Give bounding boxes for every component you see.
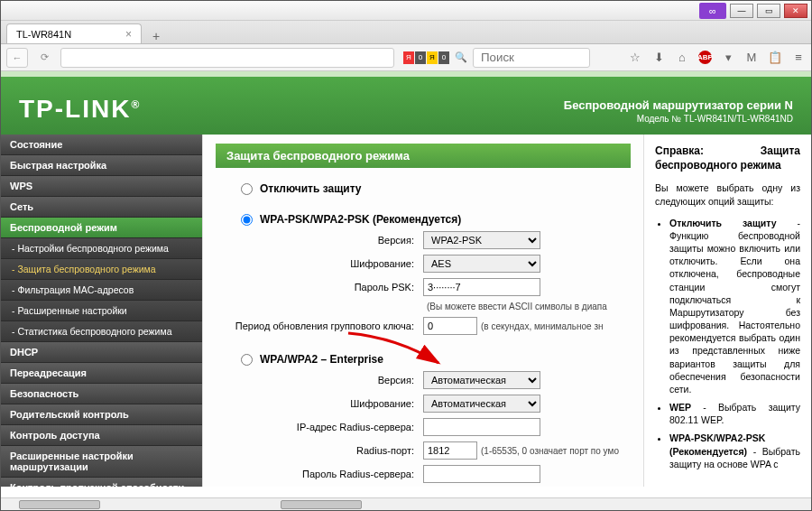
sidebar-item[interactable]: - Настройки беспроводного режима <box>1 238 202 259</box>
psk-password-input[interactable] <box>423 278 540 296</box>
url-input[interactable] <box>60 48 394 68</box>
help-item: WPA-PSK/WPA2-PSK (Рекомендуется) - Выбра… <box>669 432 800 470</box>
back-button[interactable]: ← <box>6 48 28 68</box>
sidebar-item[interactable]: - Защита беспроводного режима <box>1 259 202 280</box>
sidebar-item[interactable]: Контроль доступа <box>1 425 202 446</box>
sidebar-item[interactable]: WPS <box>1 176 202 197</box>
window-titlebar: ∞ — ▭ ✕ <box>1 1 811 21</box>
search-input[interactable] <box>473 48 590 68</box>
browser-tab[interactable]: TL-WR841N × <box>6 23 142 43</box>
new-tab-button[interactable]: + <box>147 29 165 43</box>
sidebar-item[interactable]: Контроль пропускной способности <box>1 478 202 487</box>
ent-encryption-select[interactable]: Автоматическая <box>423 395 540 413</box>
radius-ip-input[interactable] <box>423 418 540 436</box>
section-title: Защита беспроводного режима <box>216 144 631 168</box>
wpa-enterprise-radio[interactable] <box>241 354 253 366</box>
sidebar-item[interactable]: Переадресация <box>1 363 202 384</box>
url-bar: ← ⟳ Я 0 Я 0 🔍 ☆ ⬇ ⌂ ABP ▾ M 📋 ≡ <box>1 44 811 71</box>
minimize-button[interactable]: — <box>730 4 753 18</box>
header-subtitle: Модель № TL-WR841N/TL-WR841ND <box>564 114 793 124</box>
group-key-input[interactable] <box>423 317 477 335</box>
sidebar-item[interactable]: Безопасность <box>1 384 202 404</box>
header-title: Беспроводной маршрутизатор серии N <box>564 98 793 112</box>
badge-icon: Я <box>427 51 438 64</box>
main-content: Защита беспроводного режима Отключить за… <box>202 135 644 487</box>
wpa-enterprise-heading: WPA/WPA2 – Enterprise <box>260 353 392 366</box>
abp-icon[interactable]: ABP <box>698 51 712 64</box>
sidebar-item[interactable]: DHCP <box>1 342 202 363</box>
disable-security-radio[interactable] <box>241 183 253 195</box>
wpa-psk-radio[interactable] <box>241 214 253 226</box>
sidebar-item[interactable]: - Расширенные настройки <box>1 301 202 321</box>
logo: TP-LINK® <box>19 95 141 124</box>
router-page: TP-LINK® Беспроводной маршрутизатор сери… <box>1 71 811 510</box>
sidebar-item[interactable]: Родительский контроль <box>1 404 202 425</box>
star-icon[interactable]: ☆ <box>628 51 642 65</box>
yandex-badges: Я 0 Я 0 <box>403 51 449 64</box>
home-icon[interactable]: ⌂ <box>675 51 689 65</box>
help-panel: Справка: Защита беспроводного режима Вы … <box>644 135 811 487</box>
chevron-down-icon[interactable]: ▾ <box>721 51 735 65</box>
encryption-select[interactable]: AES <box>423 255 540 273</box>
sidebar-item[interactable]: Быстрая настройка <box>1 155 202 176</box>
router-header: TP-LINK® Беспроводной маршрутизатор сери… <box>1 71 811 135</box>
wpa-psk-heading: WPA-PSK/WPA2-PSK (Рекомендуется) <box>260 213 470 226</box>
ent-version-select[interactable]: Автоматическая <box>423 371 540 389</box>
mail-icon[interactable]: M <box>744 51 759 65</box>
version-select[interactable]: WPA2-PSK <box>423 231 540 249</box>
clipboard-icon[interactable]: 📋 <box>768 51 782 65</box>
sidebar-item[interactable]: Сеть <box>1 197 202 218</box>
help-title: Справка: Защита беспроводного режима <box>655 144 800 172</box>
close-button[interactable]: ✕ <box>784 4 807 18</box>
close-icon[interactable]: × <box>125 28 132 41</box>
download-icon[interactable]: ⬇ <box>651 51 666 65</box>
reload-button[interactable]: ⟳ <box>33 48 55 68</box>
sidebar-item[interactable]: Расширенные настройки маршрутизации <box>1 446 202 478</box>
badge-icon: Я <box>403 51 414 64</box>
sidebar-item[interactable]: - Статистика беспроводного режима <box>1 321 202 342</box>
sidebar-item[interactable]: Состояние <box>1 135 202 155</box>
menu-icon[interactable]: ≡ <box>791 51 806 65</box>
horizontal-scrollbar[interactable] <box>1 497 811 510</box>
maximize-button[interactable]: ▭ <box>757 4 780 18</box>
help-item: WEP - Выбрать защиту 802.11 WEP. <box>669 401 800 426</box>
sidebar-item[interactable]: Беспроводной режим <box>1 218 202 238</box>
radius-pw-input[interactable] <box>423 465 540 483</box>
sidebar-item[interactable]: - Фильтрация MAC-адресов <box>1 280 202 301</box>
mask-icon[interactable]: ∞ <box>699 3 726 19</box>
radius-port-input[interactable] <box>423 441 477 460</box>
sidebar: СостояниеБыстрая настройкаWPSСетьБеспров… <box>1 135 202 487</box>
tab-bar: TL-WR841N × + <box>1 21 811 44</box>
help-item: Отключить защиту - Функцию беспроводной … <box>669 217 800 395</box>
disable-security-label: Отключить защиту <box>260 182 371 195</box>
tab-title: TL-WR841N <box>16 29 71 40</box>
